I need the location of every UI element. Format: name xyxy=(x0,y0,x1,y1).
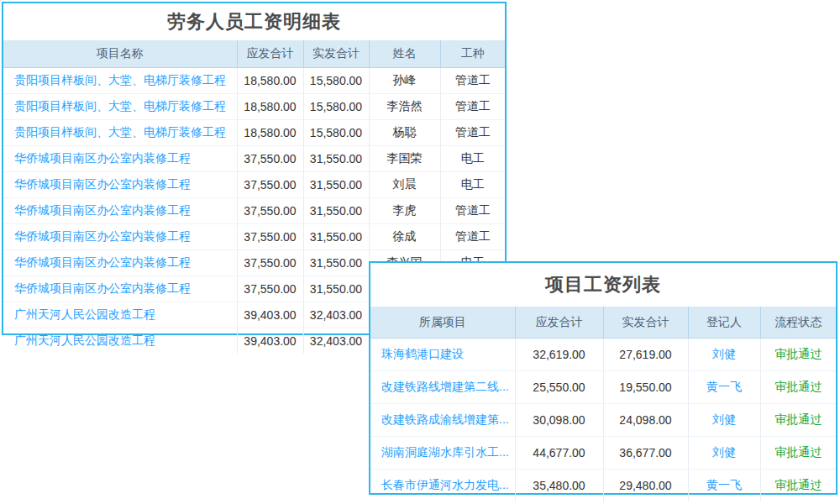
payable-total-cell: 32,619.00 xyxy=(515,339,603,371)
payable-total-cell: 37,550.00 xyxy=(237,198,303,224)
project-name-link[interactable]: 华侨城项目南区办公室内装修工程 xyxy=(3,198,237,224)
project-table-body: 珠海鹤港口建设 32,619.00 27,619.00 刘健 审批通过 改建铁路… xyxy=(370,339,836,502)
paid-total-cell: 31,550.00 xyxy=(303,276,369,302)
table-row: 改建铁路线增建第二线... 25,550.00 19,550.00 黄一飞 审批… xyxy=(370,371,836,404)
project-salary-table: 项目工资列表 所属项目 应发合计 实发合计 登记人 流程状态 珠海鹤港口建设 3… xyxy=(369,261,837,495)
project-salary-table-title: 项目工资列表 xyxy=(370,263,836,307)
worker-name-cell: 孙峰 xyxy=(369,68,440,94)
table-row: 贵阳项目样板间、大堂、电梯厅装修工程 18,580.00 15,580.00 杨… xyxy=(3,120,505,146)
owning-project-link[interactable]: 湖南洞庭湖水库引水工... xyxy=(370,437,515,470)
flow-status-text: 审批通过 xyxy=(760,404,836,437)
col-header-paid-total: 实发合计 xyxy=(303,40,369,68)
payable-total-cell: 37,550.00 xyxy=(237,250,303,276)
job-type-cell: 管道工 xyxy=(440,224,505,250)
job-type-cell: 管道工 xyxy=(440,198,505,224)
payable-total-cell: 18,580.00 xyxy=(237,94,303,120)
owning-project-link[interactable]: 改建铁路成渝线增建第... xyxy=(370,404,515,437)
paid-total-cell: 32,403.00 xyxy=(303,328,369,354)
project-name-link[interactable]: 华侨城项目南区办公室内装修工程 xyxy=(3,276,237,302)
flow-status-text: 审批通过 xyxy=(760,437,836,470)
project-salary-grid: 所属项目 应发合计 实发合计 登记人 流程状态 珠海鹤港口建设 32,619.0… xyxy=(370,307,836,501)
worker-name-cell: 杨聪 xyxy=(369,120,440,146)
paid-total-cell: 31,550.00 xyxy=(303,172,369,198)
job-type-cell: 管道工 xyxy=(440,94,505,120)
payable-total-cell: 37,550.00 xyxy=(237,172,303,198)
labor-salary-table-title: 劳务人员工资明细表 xyxy=(3,3,505,40)
worker-name-cell: 李虎 xyxy=(369,198,440,224)
project-name-link[interactable]: 华侨城项目南区办公室内装修工程 xyxy=(3,250,237,276)
paid-total-cell: 32,403.00 xyxy=(303,302,369,328)
flow-status-text: 审批通过 xyxy=(760,470,836,502)
registrant-link[interactable]: 刘健 xyxy=(688,404,760,437)
job-type-cell: 管道工 xyxy=(440,68,505,94)
table-row: 湖南洞庭湖水库引水工... 44,677.00 36,677.00 刘健 审批通… xyxy=(370,437,836,470)
owning-project-link[interactable]: 长春市伊通河水力发电... xyxy=(370,470,515,502)
paid-total-cell: 36,677.00 xyxy=(603,437,688,470)
payable-total-cell: 25,550.00 xyxy=(515,371,603,404)
project-name-link[interactable]: 华侨城项目南区办公室内装修工程 xyxy=(3,224,237,250)
job-type-cell: 电工 xyxy=(440,172,505,198)
project-name-link[interactable]: 贵阳项目样板间、大堂、电梯厅装修工程 xyxy=(3,94,237,120)
col-header-payable-total: 应发合计 xyxy=(515,307,603,339)
registrant-link[interactable]: 黄一飞 xyxy=(688,371,760,404)
table-row: 贵阳项目样板间、大堂、电梯厅装修工程 18,580.00 15,580.00 孙… xyxy=(3,68,505,94)
col-header-flow-status: 流程状态 xyxy=(760,307,836,339)
worker-name-cell: 李浩然 xyxy=(369,94,440,120)
paid-total-cell: 31,550.00 xyxy=(303,224,369,250)
col-header-job-type: 工种 xyxy=(440,40,505,68)
payable-total-cell: 37,550.00 xyxy=(237,224,303,250)
worker-name-cell: 刘晨 xyxy=(369,172,440,198)
paid-total-cell: 31,550.00 xyxy=(303,250,369,276)
table-row: 华侨城项目南区办公室内装修工程 37,550.00 31,550.00 李国荣 … xyxy=(3,146,505,172)
registrant-link[interactable]: 刘健 xyxy=(688,437,760,470)
paid-total-cell: 15,580.00 xyxy=(303,68,369,94)
paid-total-cell: 19,550.00 xyxy=(603,371,688,404)
payable-total-cell: 37,550.00 xyxy=(237,146,303,172)
paid-total-cell: 27,619.00 xyxy=(603,339,688,371)
registrant-link[interactable]: 刘健 xyxy=(688,339,760,371)
payable-total-cell: 18,580.00 xyxy=(237,120,303,146)
registrant-link[interactable]: 黄一飞 xyxy=(688,470,760,502)
paid-total-cell: 24,098.00 xyxy=(603,404,688,437)
table-row: 长春市伊通河水力发电... 35,480.00 29,480.00 黄一飞 审批… xyxy=(370,470,836,502)
flow-status-text: 审批通过 xyxy=(760,339,836,371)
worker-name-cell: 徐成 xyxy=(369,224,440,250)
paid-total-cell: 15,580.00 xyxy=(303,120,369,146)
table-row: 华侨城项目南区办公室内装修工程 37,550.00 31,550.00 李虎 管… xyxy=(3,198,505,224)
project-name-link[interactable]: 华侨城项目南区办公室内装修工程 xyxy=(3,172,237,198)
project-name-link[interactable]: 广州天河人民公园改造工程 xyxy=(3,328,237,354)
table-row: 改建铁路成渝线增建第... 30,098.00 24,098.00 刘健 审批通… xyxy=(370,404,836,437)
payable-total-cell: 18,580.00 xyxy=(237,68,303,94)
project-name-link[interactable]: 华侨城项目南区办公室内装修工程 xyxy=(3,146,237,172)
table-row: 华侨城项目南区办公室内装修工程 37,550.00 31,550.00 刘晨 电… xyxy=(3,172,505,198)
table-row: 珠海鹤港口建设 32,619.00 27,619.00 刘健 审批通过 xyxy=(370,339,836,371)
paid-total-cell: 31,550.00 xyxy=(303,198,369,224)
project-name-link[interactable]: 贵阳项目样板间、大堂、电梯厅装修工程 xyxy=(3,120,237,146)
flow-status-text: 审批通过 xyxy=(760,371,836,404)
col-header-owning-project: 所属项目 xyxy=(370,307,515,339)
col-header-worker-name: 姓名 xyxy=(369,40,440,68)
owning-project-link[interactable]: 珠海鹤港口建设 xyxy=(370,339,515,371)
payable-total-cell: 30,098.00 xyxy=(515,404,603,437)
payable-total-cell: 35,480.00 xyxy=(515,470,603,502)
owning-project-link[interactable]: 改建铁路线增建第二线... xyxy=(370,371,515,404)
payable-total-cell: 39,403.00 xyxy=(237,302,303,328)
payable-total-cell: 39,403.00 xyxy=(237,328,303,354)
labor-header-row: 项目名称 应发合计 实发合计 姓名 工种 xyxy=(3,40,505,68)
table-row: 华侨城项目南区办公室内装修工程 37,550.00 31,550.00 徐成 管… xyxy=(3,224,505,250)
paid-total-cell: 31,550.00 xyxy=(303,146,369,172)
payable-total-cell: 44,677.00 xyxy=(515,437,603,470)
col-header-registrant: 登记人 xyxy=(688,307,760,339)
job-type-cell: 管道工 xyxy=(440,120,505,146)
job-type-cell: 电工 xyxy=(440,146,505,172)
project-name-link[interactable]: 贵阳项目样板间、大堂、电梯厅装修工程 xyxy=(3,68,237,94)
project-header-row: 所属项目 应发合计 实发合计 登记人 流程状态 xyxy=(370,307,836,339)
table-row: 贵阳项目样板间、大堂、电梯厅装修工程 18,580.00 15,580.00 李… xyxy=(3,94,505,120)
payable-total-cell: 37,550.00 xyxy=(237,276,303,302)
project-name-link[interactable]: 广州天河人民公园改造工程 xyxy=(3,302,237,328)
col-header-project-name: 项目名称 xyxy=(3,40,237,68)
paid-total-cell: 15,580.00 xyxy=(303,94,369,120)
col-header-paid-total: 实发合计 xyxy=(603,307,688,339)
worker-name-cell: 李国荣 xyxy=(369,146,440,172)
paid-total-cell: 29,480.00 xyxy=(603,470,688,502)
